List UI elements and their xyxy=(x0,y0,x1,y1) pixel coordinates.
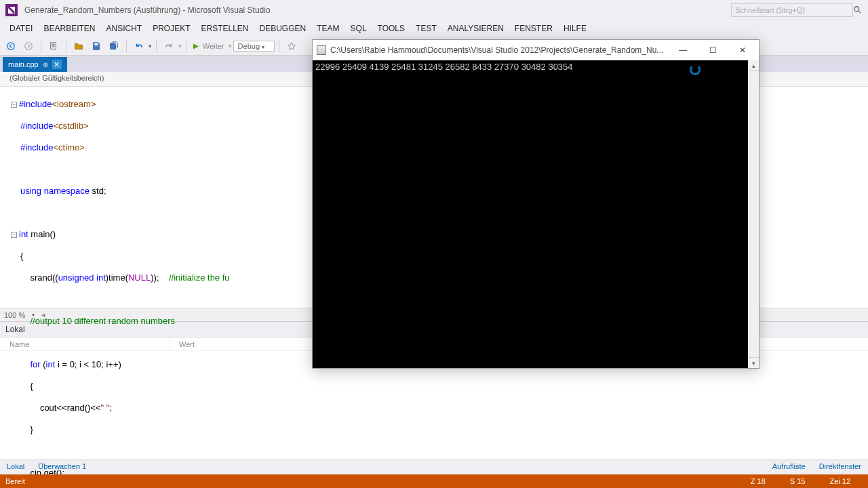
code-token: srand(( xyxy=(20,272,58,283)
scope-label: (Globaler Gültigkeitsbereich) xyxy=(9,74,104,82)
new-button[interactable] xyxy=(45,39,62,54)
code-token: #include xyxy=(20,142,53,152)
code-token: #include xyxy=(20,121,53,131)
vs-logo-icon xyxy=(5,4,18,16)
save-all-icon[interactable] xyxy=(106,39,122,54)
collapse-icon[interactable]: − xyxy=(11,232,17,238)
toolbar-separator xyxy=(126,40,127,52)
code-token: int xyxy=(96,272,106,283)
forward-button[interactable] xyxy=(20,39,37,54)
svg-point-0 xyxy=(854,7,859,12)
pin-icon[interactable]: ⊕ xyxy=(43,61,48,68)
code-token: )time( xyxy=(106,272,128,283)
menu-sql[interactable]: SQL xyxy=(345,22,372,35)
code-token: //output 10 different random numbers xyxy=(20,316,175,326)
tab-label: main.cpp xyxy=(8,60,39,68)
code-token: cout<<rand()<< xyxy=(20,403,101,413)
status-col: S 15 xyxy=(790,477,806,485)
code-token: int xyxy=(19,229,28,239)
svg-point-2 xyxy=(7,42,15,49)
scroll-down-icon[interactable]: ▾ xyxy=(748,357,759,368)
code-token: NULL xyxy=(128,272,151,283)
menu-projekt[interactable]: PROJEKT xyxy=(147,22,195,35)
code-token: <cstdlib> xyxy=(53,121,88,131)
menu-erstellen[interactable]: ERSTELLEN xyxy=(196,22,254,35)
console-scrollbar[interactable]: ▴ ▾ xyxy=(748,60,759,368)
menu-tools[interactable]: TOOLS xyxy=(372,22,410,35)
console-title: C:\Users\Rabie Hammoud\Documents\Visual … xyxy=(330,45,668,55)
search-icon[interactable] xyxy=(853,5,863,15)
code-token: std; xyxy=(90,186,106,196)
code-token: using xyxy=(20,186,41,196)
svg-line-1 xyxy=(859,11,861,14)
config-select[interactable]: Debug ▾ xyxy=(233,41,275,52)
status-ready: Bereit xyxy=(5,477,25,485)
console-titlebar[interactable]: C:\Users\Rabie Hammoud\Documents\Visual … xyxy=(313,40,759,60)
wait-cursor-icon xyxy=(690,64,701,75)
redo-icon[interactable] xyxy=(161,39,177,54)
status-char: Zei 12 xyxy=(829,477,850,485)
menu-test[interactable]: TEST xyxy=(410,22,442,35)
maximize-button[interactable]: ☐ xyxy=(698,41,728,60)
quick-launch-placeholder: Schnellstart (Strg+Q) xyxy=(735,6,805,14)
console-window: C:\Users\Rabie Hammoud\Documents\Visual … xyxy=(312,39,760,369)
svg-point-3 xyxy=(25,42,33,49)
console-output-area[interactable]: 22996 25409 4139 25481 31245 26582 8433 … xyxy=(313,60,748,368)
menu-ansicht[interactable]: ANSICHT xyxy=(100,22,147,35)
code-token: ( xyxy=(41,359,46,369)
back-button[interactable] xyxy=(3,39,19,54)
menu-bearbeiten[interactable]: BEARBEITEN xyxy=(38,22,100,35)
tab-main-cpp[interactable]: main.cpp ⊕ ✕ xyxy=(3,57,67,72)
scroll-up-icon[interactable]: ▴ xyxy=(748,60,759,71)
code-token: { xyxy=(20,381,33,391)
undo-icon[interactable] xyxy=(131,39,147,54)
svg-rect-5 xyxy=(94,43,98,45)
code-token: )); xyxy=(151,272,169,283)
quick-launch-input[interactable]: Schnellstart (Strg+Q) xyxy=(731,3,853,17)
status-bar: Bereit Z 18 S 15 Zei 12 xyxy=(0,474,868,488)
close-tab-icon[interactable]: ✕ xyxy=(52,60,62,69)
toolbar-separator xyxy=(186,40,186,52)
menu-datei[interactable]: DATEI xyxy=(4,22,38,35)
menu-analysieren[interactable]: ANALYSIEREN xyxy=(442,22,509,35)
console-output: 22996 25409 4139 25481 31245 26582 8433 … xyxy=(315,62,573,72)
open-icon[interactable] xyxy=(71,39,87,54)
code-token: int xyxy=(46,359,56,369)
code-token: } xyxy=(20,424,33,434)
window-titlebar: Generate_Random_Numbers (Ausführung) - M… xyxy=(0,0,868,20)
toolbar-separator xyxy=(66,40,66,52)
code-token: for xyxy=(30,359,40,369)
toolbar-separator xyxy=(41,40,41,52)
config-value: Debug xyxy=(238,42,260,50)
menu-debuggen[interactable]: DEBUGGEN xyxy=(254,22,312,35)
toolbar-separator xyxy=(156,40,157,52)
minimize-button[interactable]: — xyxy=(668,41,698,60)
menubar: DATEI BEARBEITEN ANSICHT PROJEKT ERSTELL… xyxy=(0,20,868,37)
code-token: { xyxy=(20,251,23,261)
menu-hilfe[interactable]: HILFE xyxy=(558,22,592,35)
menu-fenster[interactable]: FENSTER xyxy=(509,22,558,35)
code-token: <ctime> xyxy=(53,142,84,152)
close-button[interactable]: ✕ xyxy=(728,41,757,60)
code-token: " " xyxy=(101,403,110,413)
continue-button[interactable]: Weiter xyxy=(200,42,227,50)
code-token: i = 0; i < 10; i++) xyxy=(55,359,121,369)
window-title: Generate_Random_Numbers (Ausführung) - M… xyxy=(24,5,271,15)
toolbar-separator xyxy=(279,40,279,52)
code-token: <iostream> xyxy=(52,99,96,109)
code-token: main() xyxy=(28,229,56,239)
collapse-icon[interactable]: − xyxy=(11,102,17,108)
console-app-icon xyxy=(317,45,326,55)
code-token: unsigned xyxy=(58,272,94,283)
save-icon[interactable] xyxy=(88,39,104,54)
code-token xyxy=(20,359,30,369)
code-token: #include xyxy=(19,99,52,109)
find-icon[interactable] xyxy=(283,39,300,54)
menu-team[interactable]: TEAM xyxy=(311,22,344,35)
code-token: ; xyxy=(109,403,112,413)
code-token: namespace xyxy=(44,186,90,196)
code-token: //initialize the fu xyxy=(169,272,230,283)
continue-icon[interactable]: ▶ xyxy=(193,42,199,49)
status-line: Z 18 xyxy=(751,477,766,485)
